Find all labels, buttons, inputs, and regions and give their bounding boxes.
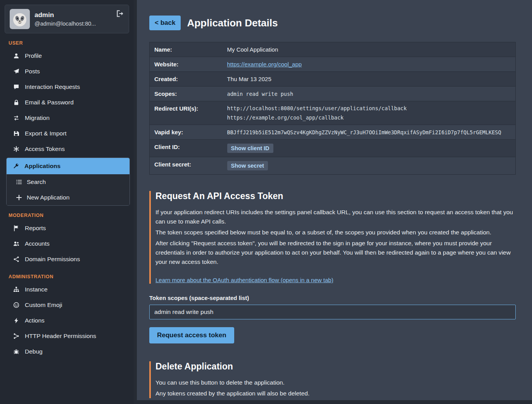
sidebar-item-actions[interactable]: Actions	[0, 313, 134, 328]
sidebar-item-label: Reports	[25, 225, 46, 232]
sidebar-item-label: HTTP Header Permissions	[25, 333, 96, 340]
flag-icon	[13, 225, 19, 231]
scopes-value: admin read write push	[227, 91, 294, 97]
sidebar-item-label: Applications	[24, 163, 60, 170]
detail-row-scopes: Scopes: admin read write push	[150, 87, 516, 101]
smiley-icon	[13, 302, 19, 308]
bolt-icon	[13, 317, 19, 324]
sidebar-item-accounts[interactable]: Accounts	[0, 236, 134, 251]
sidebar-item-instance[interactable]: Instance	[0, 282, 134, 297]
request-token-title: Request An API Access Token	[155, 191, 516, 201]
request-token-paragraph: After clicking "Request access token", y…	[155, 239, 516, 267]
delete-application-section: Delete Application You can use this butt…	[149, 361, 516, 398]
detail-row-vapid-key: Vapid key: BBJffJ219b5iE512m7wQSzv4KgKDh…	[150, 125, 516, 140]
token-scopes-form: Token scopes (space-separated list) Requ…	[149, 295, 516, 343]
paper-plane-icon	[13, 68, 19, 75]
detail-row-created: Created: Thu Mar 13 2025	[150, 72, 516, 87]
sidebar: admin @admin@localhost:80... USER Profil…	[0, 0, 134, 404]
sidebar-item-label: Profile	[25, 52, 42, 59]
sidebar-item-access-tokens[interactable]: Access Tokens	[0, 141, 134, 157]
users-icon	[13, 241, 19, 247]
back-button[interactable]: < back	[149, 16, 181, 30]
sidebar-item-debug[interactable]: Debug	[0, 344, 134, 359]
detail-value: admin read write push	[223, 87, 516, 101]
sidebar-item-export-import[interactable]: Export & Import	[0, 126, 134, 141]
detail-value: BBJffJ219b5iE512m7wQSzv4KgKDhgZZVzNyWC_r…	[223, 125, 516, 140]
request-token-section: Request An API Access Token If your appl…	[149, 191, 516, 284]
user-meta: admin @admin@localhost:80...	[35, 11, 96, 27]
sidebar-item-profile[interactable]: Profile	[0, 48, 134, 64]
show-secret-button[interactable]: Show secret	[227, 161, 268, 170]
request-access-token-button[interactable]: Request access token	[149, 327, 234, 343]
section-label-moderation: MODERATION	[9, 213, 134, 218]
show-client-id-button[interactable]: Show client ID	[227, 144, 273, 153]
sidebar-item-migration[interactable]: Migration	[0, 110, 134, 126]
token-scopes-input[interactable]	[149, 305, 516, 319]
detail-value: My Cool Application	[223, 42, 516, 57]
sign-out-icon[interactable]	[116, 10, 124, 19]
detail-row-client-secret: Client secret: Show secret	[150, 157, 516, 175]
sidebar-item-label: Migration	[25, 114, 50, 121]
sidebar-item-email-password[interactable]: Email & Password	[0, 95, 134, 110]
redirect-uri-2: https://example.org/cool_app/callback	[227, 114, 511, 121]
website-link[interactable]: https://example.org/cool_app	[227, 61, 302, 68]
sidebar-item-http-header-permissions[interactable]: HTTP Header Permissions	[0, 328, 134, 344]
sidebar-item-label: Search	[27, 179, 46, 186]
list-icon	[16, 179, 22, 185]
application-details-table: Name: My Cool Application Website: https…	[149, 42, 516, 175]
sidebar-item-label: Export & Import	[25, 130, 67, 137]
detail-key: Client ID:	[150, 140, 223, 157]
sidebar-item-posts[interactable]: Posts	[0, 64, 134, 79]
detail-key: Client secret:	[150, 157, 223, 175]
sidebar-item-interaction-requests[interactable]: Interaction Requests	[0, 79, 134, 95]
wrench-icon	[13, 163, 19, 169]
token-scopes-label: Token scopes (space-separated list)	[149, 295, 516, 301]
sidebar-item-applications[interactable]: Applications	[7, 158, 130, 174]
detail-row-website: Website: https://example.org/cool_app	[150, 57, 516, 72]
oauth-docs-link[interactable]: Learn more about the OAuth authenticatio…	[155, 277, 333, 283]
detail-key: Vapid key:	[150, 125, 223, 140]
sidebar-item-label: Debug	[25, 348, 43, 355]
detail-row-redirect-uris: Redirect URI(s): http://localhost:8080/s…	[150, 101, 516, 125]
plus-icon	[16, 194, 22, 201]
avatar	[10, 9, 30, 29]
applications-group: Applications Search New Application	[6, 158, 130, 206]
delete-line: You can use this button to delete the ap…	[155, 378, 516, 387]
user-icon	[13, 53, 19, 59]
detail-key: Scopes:	[150, 87, 223, 101]
detail-value: http://localhost:8080/settings/user/appl…	[223, 101, 516, 125]
sidebar-item-label: Accounts	[25, 240, 50, 247]
sidebar-item-domain-permissions[interactable]: Domain Permissions	[0, 251, 134, 267]
sidebar-item-applications-new[interactable]: New Application	[7, 190, 130, 205]
user-card[interactable]: admin @admin@localhost:80...	[5, 5, 129, 33]
sidebar-item-custom-emoji[interactable]: Custom Emoji	[0, 297, 134, 313]
detail-value: Show client ID	[223, 140, 516, 157]
detail-value: Show secret	[223, 157, 516, 175]
detail-row-client-id: Client ID: Show client ID	[150, 140, 516, 157]
section-label-user: USER	[9, 40, 134, 46]
floppy-disk-icon	[13, 130, 19, 137]
sitemap-icon	[13, 286, 19, 293]
sidebar-item-label: Access Tokens	[25, 146, 65, 153]
delete-application-title: Delete Application	[155, 361, 516, 372]
sidebar-item-label: Custom Emoji	[25, 302, 62, 309]
sidebar-item-label: Interaction Requests	[25, 83, 80, 90]
vapid-key-value: BBJffJ219b5iE512m7wQSzv4KgKDhgZZVzNyWC_r…	[227, 129, 501, 135]
detail-value: Thu Mar 13 2025	[223, 72, 516, 87]
user-name: admin	[35, 11, 96, 19]
user-handle: @admin@localhost:80...	[35, 21, 96, 27]
sidebar-item-reports[interactable]: Reports	[0, 220, 134, 236]
sidebar-item-applications-search[interactable]: Search	[7, 174, 130, 190]
detail-key: Redirect URI(s):	[150, 101, 223, 125]
sidebar-item-label: Email & Password	[25, 99, 74, 106]
detail-key: Website:	[150, 57, 223, 72]
share-nodes-icon	[13, 256, 19, 262]
sidebar-item-label: Instance	[25, 286, 48, 293]
detail-value: https://example.org/cool_app	[223, 57, 516, 72]
detail-key: Name:	[150, 42, 223, 57]
sidebar-item-label: New Application	[27, 194, 69, 201]
lock-icon	[13, 99, 19, 106]
delete-line: Any tokens created by the application wi…	[155, 389, 516, 398]
detail-row-name: Name: My Cool Application	[150, 42, 516, 57]
asterisk-icon	[13, 146, 19, 152]
